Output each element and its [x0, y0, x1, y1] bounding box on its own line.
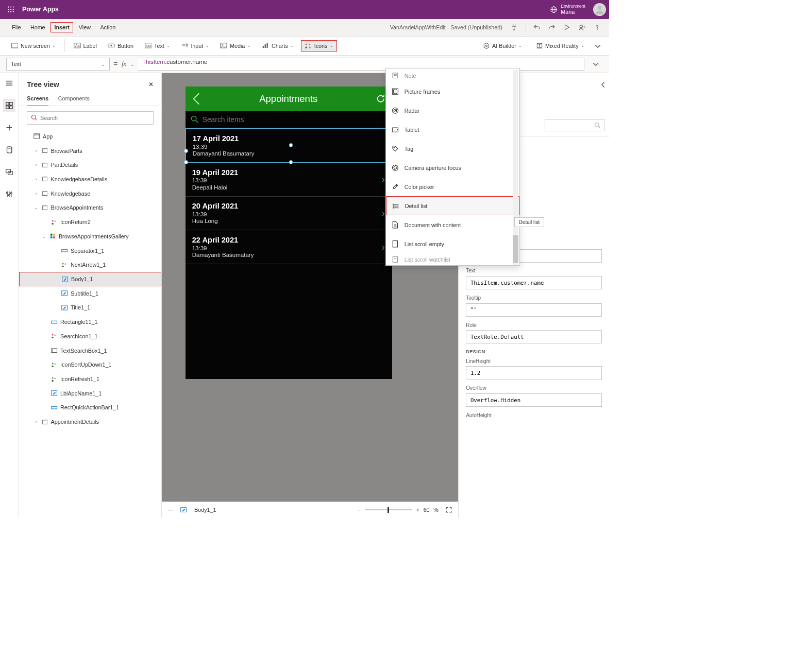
refresh-icon[interactable] [375, 93, 386, 105]
icons-option-list-empty[interactable]: List scroll empty [386, 234, 519, 253]
appt-item[interactable]: 19 April 2021 13:39 Deepali Haloi › [186, 163, 392, 197]
icons-option-detail-list[interactable]: Detail list [386, 196, 519, 215]
tab-screens[interactable]: Screens [27, 92, 48, 106]
prop-role-input[interactable] [466, 330, 602, 343]
formula-expand-icon[interactable] [588, 61, 603, 67]
tree-item-kbdetails[interactable]: ›KnowledgebaseDetails [19, 172, 161, 186]
zoom-slider[interactable] [365, 509, 412, 510]
help-icon[interactable] [593, 24, 601, 31]
prop-text-input[interactable] [466, 276, 602, 289]
appt-item[interactable]: 20 April 2021 13:39 Hua Long › [186, 197, 392, 231]
menu-action[interactable]: Action [96, 22, 120, 33]
tree-item-rectquick[interactable]: RectQuickActionBar1_1 [19, 401, 161, 415]
chevron-right-icon[interactable]: › [382, 174, 385, 185]
icons-option-color-picker[interactable]: Color picker [386, 177, 519, 196]
property-search-box[interactable] [545, 119, 604, 132]
fx-icon[interactable]: fx [122, 60, 126, 68]
menu-view[interactable]: View [75, 22, 95, 33]
rail-insert-icon[interactable] [3, 122, 16, 134]
dropdown-scroll-thumb[interactable] [513, 235, 518, 263]
tree-item-kb[interactable]: ›Knowledgebase [19, 186, 161, 201]
detail-list-icon [392, 202, 399, 210]
icons-option-tablet[interactable]: Tablet [386, 120, 519, 140]
tree-item-nextarrow[interactable]: NextArrow1_1 [19, 257, 161, 272]
menu-file[interactable]: File [8, 22, 25, 33]
ribbon-label[interactable]: Aa Label [70, 40, 100, 51]
tree-item-rect11[interactable]: Rectangle11_1 [19, 315, 161, 329]
tree-item-textsearchbox[interactable]: TextSearchBox1_1 [19, 343, 161, 358]
ribbon-mixed-reality[interactable]: Mixed Reality⌄ [532, 40, 588, 51]
footer-selection-crumb[interactable]: Body1_1 [194, 507, 216, 513]
phone-preview[interactable]: Appointments 17 April 2021 13:39 Damayan… [186, 87, 392, 379]
fit-screen-icon[interactable] [446, 507, 452, 513]
redo-icon[interactable] [548, 24, 556, 31]
panel-chevron-icon[interactable] [600, 80, 606, 89]
play-icon[interactable] [563, 24, 571, 31]
tree-item-iconreturn2[interactable]: IconReturn2 [19, 215, 161, 229]
tree-search-input[interactable] [40, 115, 150, 121]
close-icon[interactable]: ✕ [148, 81, 154, 88]
ribbon-collapse-icon[interactable] [594, 42, 602, 49]
rail-settings-icon[interactable] [3, 188, 16, 201]
share-icon[interactable] [578, 24, 586, 31]
tree-item-browseappointments[interactable]: ⌄BrowseAppointments [19, 201, 161, 215]
tree-item-refresh[interactable]: IconRefresh1_1 [19, 372, 161, 386]
appt-item-selected[interactable]: 17 April 2021 13:39 Damayanti Basumatary [186, 128, 392, 163]
icons-option-aperture[interactable]: Camera aperture focus [386, 158, 519, 177]
tab-components[interactable]: Components [58, 92, 90, 106]
zoom-out-icon[interactable]: − [358, 507, 361, 513]
ribbon-text[interactable]: Abc Text⌄ [141, 40, 174, 51]
chevron-right-icon[interactable]: › [382, 242, 385, 253]
chevron-right-icon[interactable]: › [382, 208, 385, 219]
undo-icon[interactable] [533, 24, 541, 31]
app-search-bar[interactable] [186, 111, 392, 129]
footer-more-icon[interactable]: ··· [168, 507, 173, 513]
tree-item-partdetails[interactable]: ›PartDetails [19, 158, 161, 172]
ribbon-charts[interactable]: Charts⌄ [258, 40, 298, 51]
prop-tooltip-input[interactable] [466, 303, 602, 317]
ribbon-ai-builder[interactable]: AI Builder⌄ [479, 40, 526, 51]
icons-option-tag[interactable]: Tag [386, 139, 519, 158]
app-launcher-icon[interactable] [3, 2, 19, 18]
zoom-in-icon[interactable]: + [416, 507, 419, 513]
ribbon-new-screen[interactable]: New screen⌄ [7, 40, 60, 51]
tree-item-gallery[interactable]: ⌄BrowseAppointmentsGallery [19, 229, 161, 244]
property-selector[interactable]: Text [6, 58, 109, 71]
icons-option-picture-frames[interactable]: Picture frames [386, 82, 519, 101]
tree-item-browseparts[interactable]: ›BrowseParts [19, 144, 161, 158]
chevron-down-icon[interactable] [130, 61, 134, 67]
user-avatar[interactable] [593, 3, 606, 16]
icons-option-note[interactable]: Note [386, 68, 519, 82]
tree-item-subtitle[interactable]: Subtitle1_1 [19, 286, 161, 301]
rail-data-icon[interactable] [3, 144, 16, 157]
tree-item-sort[interactable]: IconSortUpDown1_1 [19, 357, 161, 372]
ribbon-input[interactable]: Input⌄ [177, 40, 213, 51]
tree-item-apptdetails[interactable]: ›AppointmentDetails [19, 415, 161, 429]
ribbon-media[interactable]: Media⌄ [216, 40, 255, 51]
prop-overflow-input[interactable] [466, 393, 602, 407]
tree-search-box[interactable] [27, 111, 153, 125]
ribbon-icons[interactable]: Icons⌄ [301, 40, 337, 51]
menu-insert[interactable]: Insert [51, 22, 73, 32]
tree-item-searchicon[interactable]: SearchIcon1_1 [19, 329, 161, 343]
icons-option-doc-content[interactable]: Document with content [386, 215, 519, 234]
icons-option-list-watchlist[interactable]: List scroll watchlist [386, 253, 519, 265]
app-search-input[interactable] [203, 115, 388, 124]
rail-media-icon[interactable] [3, 166, 16, 179]
tree-item-separator[interactable]: Separator1_1 [19, 244, 161, 258]
menu-home[interactable]: Home [26, 22, 49, 33]
app-checker-icon[interactable] [510, 24, 518, 31]
tree-item-title[interactable]: Title1_1 [19, 301, 161, 315]
tree-item-lblappname[interactable]: LblAppName1_1 [19, 386, 161, 401]
icons-option-radar[interactable]: Radar [386, 101, 519, 120]
ribbon-button[interactable]: Button [104, 40, 138, 51]
prop-lineheight-input[interactable] [466, 366, 602, 380]
rail-tree-view-icon[interactable] [3, 99, 16, 112]
environment-picker[interactable]: Environment Maria [550, 4, 585, 15]
rail-hamburger-icon[interactable] [3, 77, 16, 90]
tree-item-app[interactable]: App [19, 129, 161, 144]
tree-item-body[interactable]: Body1_1 [19, 272, 161, 286]
appt-item[interactable]: 22 April 2021 13:39 Damayanti Basumatary… [186, 230, 392, 264]
back-icon[interactable] [191, 92, 201, 106]
top-header: Power Apps Environment Maria [0, 0, 609, 19]
